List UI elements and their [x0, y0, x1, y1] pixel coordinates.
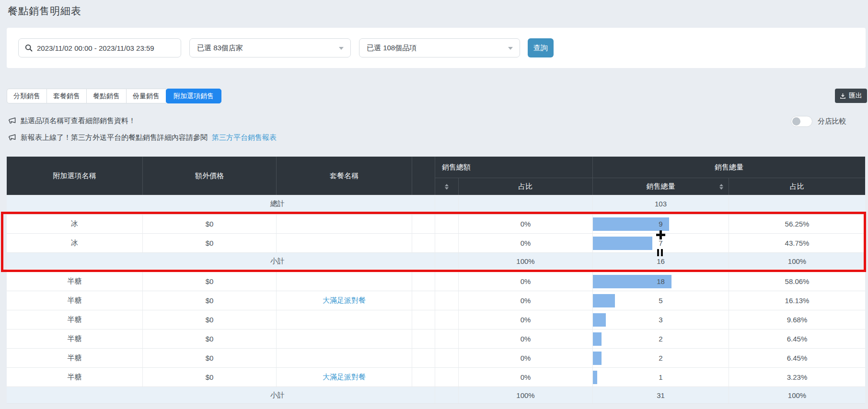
download-icon [840, 93, 846, 99]
cell-empty [412, 349, 435, 367]
cell-option-name: 半糖 [7, 291, 143, 310]
cell-sales-qty: 5 [593, 291, 729, 310]
subtotal-qty-share: 100% [729, 253, 865, 269]
sort-icon[interactable] [719, 184, 723, 190]
subtotal-label-cell: 小計 [7, 387, 435, 403]
table-row: 半糖$00%26.45% [7, 329, 865, 348]
item-select-value: 已選 108個品項 [367, 44, 417, 53]
notice-text: 新報表上線了！第三方外送平台的餐點銷售詳細內容請參閱 [21, 133, 208, 142]
sales-table: 附加選項名稱 額外價格 套餐名稱 銷售總額 銷售總量 占比 銷售總量 占比 [7, 157, 865, 404]
subtotal-amount-share: 100% [459, 253, 593, 269]
page-title: 餐點銷售明細表 [8, 4, 81, 18]
cell-empty [412, 310, 435, 329]
branch-compare-toggle[interactable] [791, 116, 812, 127]
cell-option-name: 半糖 [7, 349, 143, 367]
notice-new-report: 新報表上線了！第三方外送平台的餐點銷售詳細內容請參閱第三方平台銷售報表 [8, 133, 277, 142]
cell-empty [412, 234, 435, 252]
cell-amount-share: 0% [459, 349, 593, 367]
subtotal-qty: 31 [593, 387, 729, 403]
sales-bar [593, 294, 615, 307]
tab-meal-sales[interactable]: 餐點銷售 [86, 89, 127, 103]
table-row: 半糖$00%39.68% [7, 310, 865, 329]
header-sales-qty: 銷售總量 [593, 178, 729, 195]
cell-qty-share: 3.23% [729, 368, 865, 386]
sales-bar [593, 237, 652, 250]
cell-qty-share: 56.25% [729, 215, 865, 233]
chevron-down-icon [508, 47, 513, 50]
subtotal-qty-share: 100% [729, 387, 865, 403]
sales-bar [593, 371, 597, 384]
subtotal-row: 小計100%16100% [7, 252, 865, 269]
cell-sales-qty: 3 [593, 310, 729, 329]
third-party-report-link[interactable]: 第三方平台銷售報表 [212, 133, 277, 142]
cell-qty-share: 6.45% [729, 329, 865, 348]
cell-combo-name [277, 272, 412, 291]
tab-portion-sales[interactable]: 份量銷售 [126, 89, 166, 103]
cell-amount-share: 0% [459, 272, 593, 291]
tab-category-sales[interactable]: 分類銷售 [7, 89, 47, 103]
cell-amount-share: 0% [459, 329, 593, 348]
cell-empty [435, 253, 459, 269]
sales-bar [593, 313, 606, 327]
cell-empty [435, 368, 459, 386]
cell-option-name: 半糖 [7, 329, 143, 348]
qty-value: 2 [659, 354, 662, 362]
cell-sales-qty: 18 [593, 272, 729, 291]
cell-extra-price: $0 [143, 349, 277, 367]
notice-click-item: 點選品項名稱可查看細部銷售資料！ [8, 116, 136, 125]
sort-icon[interactable] [445, 184, 449, 190]
cell-extra-price: $0 [143, 368, 277, 386]
header-qty-share: 占比 [729, 178, 865, 195]
table-row: 半糖$0大滿足派對餐0%13.23% [7, 367, 865, 386]
cell-extra-price: $0 [143, 215, 277, 233]
cell-combo-name [277, 329, 412, 348]
cell-amount-share: 0% [459, 368, 593, 386]
header-empty [412, 157, 435, 195]
tab-addon-option-sales[interactable]: 附加選項銷售 [166, 89, 221, 103]
qty-value: 3 [659, 316, 662, 324]
cell-empty [412, 215, 435, 233]
store-select[interactable]: 已選 83個店家 [189, 38, 351, 57]
cell-empty [435, 329, 459, 348]
item-select[interactable]: 已選 108個品項 [359, 38, 520, 57]
date-range-value: 2023/11/02 00:00 - 2023/11/03 23:59 [37, 44, 154, 52]
cell-sales-qty: 2 [593, 349, 729, 367]
combo-link[interactable]: 大滿足派對餐 [323, 373, 366, 382]
subtotal-qty: 16 [593, 253, 729, 269]
qty-value: 18 [657, 277, 665, 285]
qty-value: 7 [659, 239, 662, 247]
date-range-input[interactable]: 2023/11/02 00:00 - 2023/11/03 23:59 [18, 38, 181, 57]
cell-sales-qty: 9 [593, 215, 729, 233]
cell-empty [435, 215, 459, 233]
cell-extra-price: $0 [143, 272, 277, 291]
qty-value: 1 [659, 373, 662, 381]
tab-combo-sales[interactable]: 套餐銷售 [46, 89, 87, 103]
total-qty: 103 [593, 195, 729, 212]
cell-qty-share: 58.06% [729, 272, 865, 291]
cell-extra-price: $0 [143, 234, 277, 252]
query-button[interactable]: 查詢 [528, 38, 554, 57]
header-amount-share: 占比 [459, 178, 593, 195]
branch-compare: 分店比較 [791, 116, 846, 127]
table-row: 冰$00%743.75% [7, 233, 865, 252]
combo-link[interactable]: 大滿足派對餐 [323, 296, 366, 305]
cell-amount-share: 0% [459, 234, 593, 252]
cell-qty-share: 43.75% [729, 234, 865, 252]
cell-option-name: 半糖 [7, 272, 143, 291]
cell-combo-name: 大滿足派對餐 [277, 368, 412, 386]
megaphone-icon [8, 134, 16, 142]
cell-sales-qty: 1 [593, 368, 729, 386]
sales-qty-label: 銷售總量 [647, 182, 675, 191]
cell-qty-share: 9.68% [729, 310, 865, 329]
export-button[interactable]: 匯出 [835, 89, 867, 103]
toggle-knob [792, 117, 800, 125]
cell-combo-name: 大滿足派對餐 [277, 291, 412, 310]
subtotal-amount-share: 100% [459, 387, 593, 403]
sales-bar [593, 352, 602, 365]
megaphone-icon [8, 117, 16, 125]
store-select-value: 已選 83個店家 [197, 44, 243, 53]
sort-sales-amount[interactable] [435, 178, 459, 195]
chevron-down-icon [339, 47, 344, 50]
export-label: 匯出 [849, 91, 862, 100]
table-row: 半糖$00%26.45% [7, 348, 865, 367]
